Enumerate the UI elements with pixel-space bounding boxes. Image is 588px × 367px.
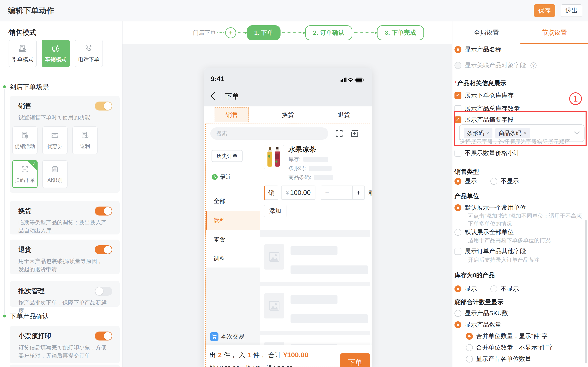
exit-button[interactable]: 退出 xyxy=(561,4,582,17)
return-toggle[interactable] xyxy=(95,245,112,254)
tag-product-code[interactable]: 商品条码× xyxy=(495,128,530,138)
radio-show-selected[interactable] xyxy=(454,178,461,185)
panel-scrollbar-thumb[interactable] xyxy=(585,220,587,363)
order-summary-bar: 出2件， 入1件， 合计¥100.00 销 ¥100.00，换 ¥0，退 ¥22… xyxy=(204,345,372,367)
tag-remove-icon[interactable]: × xyxy=(486,130,489,136)
category-drinks[interactable]: 饮料 xyxy=(206,211,260,230)
tab-global-settings[interactable]: 全局设置 xyxy=(452,21,520,44)
tab-sale[interactable]: 销售 xyxy=(204,108,260,122)
flow-dotted-arrow xyxy=(282,33,303,33)
feature-scan-order[interactable]: 扫码下单 xyxy=(12,160,38,188)
exchange-toggle[interactable] xyxy=(95,207,112,216)
status-time: 9:41 xyxy=(211,75,224,83)
sale-toggle[interactable] xyxy=(95,101,112,110)
scan-barcode-icon[interactable] xyxy=(334,129,344,138)
checkbox-checked[interactable] xyxy=(454,117,461,123)
radio-default-one-unit[interactable]: 默认展示一个常用单位 xyxy=(454,203,526,212)
checkbox-checked[interactable] xyxy=(454,92,461,99)
batch-toggle[interactable] xyxy=(95,287,112,296)
product-image xyxy=(264,145,285,169)
radio-unselected[interactable] xyxy=(466,344,473,351)
radio-hide[interactable] xyxy=(490,178,497,185)
radio-show-selected[interactable] xyxy=(454,285,461,292)
save-button[interactable]: 保存 xyxy=(534,4,555,17)
in-quantity: 1 xyxy=(247,351,251,359)
plus-button[interactable]: + xyxy=(352,185,365,200)
radio-each-unit-quantity[interactable]: 显示产品各单位数量 xyxy=(466,355,531,363)
minus-button[interactable]: − xyxy=(321,185,333,200)
current-transaction[interactable]: 本次交易 xyxy=(210,332,245,341)
feature-ai-recognition[interactable]: AI AI识别 xyxy=(42,160,68,188)
checkbox-other-fields[interactable]: 展示订单产品其他字段 xyxy=(454,247,526,256)
checkbox-order-warehouse-stock[interactable]: 展示下单仓库库存 xyxy=(454,91,514,100)
mode-vehicle-sales-button[interactable]: 车销模式 xyxy=(42,40,70,67)
price-value: 100.00 xyxy=(290,189,311,197)
checkbox-no-subtotal[interactable]: 不展示数量价格小计 xyxy=(454,149,520,157)
checkbox-unchecked[interactable] xyxy=(454,150,461,157)
radio-merge-hide-unit[interactable]: 合并单位数量，不显示“件”字 xyxy=(466,343,554,352)
timeline-dot xyxy=(3,315,6,317)
feature-grid: 促销活动 优惠券 返利 扫码下单 AI AI识别 xyxy=(12,126,112,188)
summary-line: 出2件， 入1件， 合计¥100.00 xyxy=(209,351,309,360)
add-unit-button[interactable]: 添加 xyxy=(264,205,286,217)
phone-tabs: 销售 换货 退货 xyxy=(204,106,372,123)
flow-step-complete[interactable]: 3. 下单完成 xyxy=(377,25,424,40)
help-icon[interactable]: ? xyxy=(530,62,536,68)
skeleton-product-row xyxy=(260,237,370,282)
add-step-button[interactable]: + xyxy=(225,27,236,38)
radio-selected[interactable] xyxy=(454,204,461,211)
radio-product-quantity[interactable]: 显示产品数量 xyxy=(454,320,502,329)
flow-step-confirm[interactable]: 2. 订单确认 xyxy=(305,25,352,40)
radio-show-related-field[interactable]: 显示关联产品对象字段 ? xyxy=(454,61,536,69)
search-input[interactable] xyxy=(210,127,328,140)
mode-lead-order-button[interactable]: 引单模式 xyxy=(9,40,37,67)
radio-selected[interactable] xyxy=(454,321,461,328)
feature-rebate[interactable]: 返利 xyxy=(72,126,98,154)
recent-item[interactable]: 最近 xyxy=(212,173,231,181)
radio-hide[interactable] xyxy=(490,285,497,292)
checkbox-summary-fields[interactable]: 展示产品摘要字段 xyxy=(454,116,514,124)
radio-selected[interactable] xyxy=(466,333,473,340)
return-desc: 用于因产品包装破损/质量等原因， 发起的退货申请 xyxy=(18,257,109,273)
radio-unselected[interactable] xyxy=(454,229,461,236)
checkbox-unchecked[interactable] xyxy=(454,105,461,112)
product-unit-section-title: 产品单位 xyxy=(454,192,479,200)
radio-all-units[interactable]: 默认展示全部单位 xyxy=(454,228,514,236)
tab-return[interactable]: 退货 xyxy=(316,111,372,119)
tab-exchange[interactable]: 换货 xyxy=(260,111,316,119)
checkbox-unchecked[interactable] xyxy=(454,248,461,255)
category-snacks[interactable]: 零食 xyxy=(206,230,260,249)
mode-phone-order-button[interactable]: 电话下单 xyxy=(75,40,103,67)
tag-remove-icon[interactable]: × xyxy=(523,130,527,136)
feature-coupon[interactable]: 优惠券 xyxy=(42,126,68,154)
flow-source-label: 门店下单 xyxy=(193,29,216,37)
radio-unselected[interactable] xyxy=(466,356,473,363)
history-orders-button[interactable]: 历史订单 xyxy=(212,150,242,162)
upload-icon[interactable] xyxy=(350,129,359,138)
category-seasoning[interactable]: 调料 xyxy=(206,249,260,268)
back-chevron-icon[interactable] xyxy=(210,92,215,100)
checkbox-total-stock[interactable]: 展示产品总库存数量 xyxy=(454,104,520,113)
receipt-toggle[interactable] xyxy=(95,332,112,341)
radio-show-product-name[interactable]: 显示产品名称 xyxy=(454,45,502,54)
radio-sku-count[interactable]: 显示产品SKU数 xyxy=(454,309,508,317)
value-placeholder xyxy=(303,157,328,162)
radio-unselected[interactable] xyxy=(454,310,461,317)
quantity-input[interactable] xyxy=(333,185,352,200)
flow-step-order[interactable]: 1. 下单 xyxy=(247,25,281,40)
tag-barcode[interactable]: 条形码× xyxy=(464,128,493,138)
value-placeholder xyxy=(309,166,332,171)
place-order-button[interactable]: 下单 xyxy=(340,353,370,367)
tab-node-settings[interactable]: 节点设置 xyxy=(520,21,588,44)
radio-disabled[interactable] xyxy=(454,62,461,69)
phone-status-header: 9:41 下单 xyxy=(204,68,372,106)
barcode-field: 条形码: xyxy=(288,165,332,172)
svg-text:AI: AI xyxy=(54,169,56,171)
category-all[interactable]: 全部 xyxy=(206,192,260,211)
feature-promotion[interactable]: 促销活动 xyxy=(12,126,38,154)
radio-selected[interactable] xyxy=(454,46,461,53)
unit-dropdown[interactable]: 箱 ▼ xyxy=(369,189,372,197)
price-input[interactable]: ¥ 100.00 xyxy=(281,185,315,200)
radio-merge-show-unit[interactable]: 合并单位数量，显示“件”字 xyxy=(466,332,548,340)
page-title: 编辑下单动作 xyxy=(8,0,54,21)
